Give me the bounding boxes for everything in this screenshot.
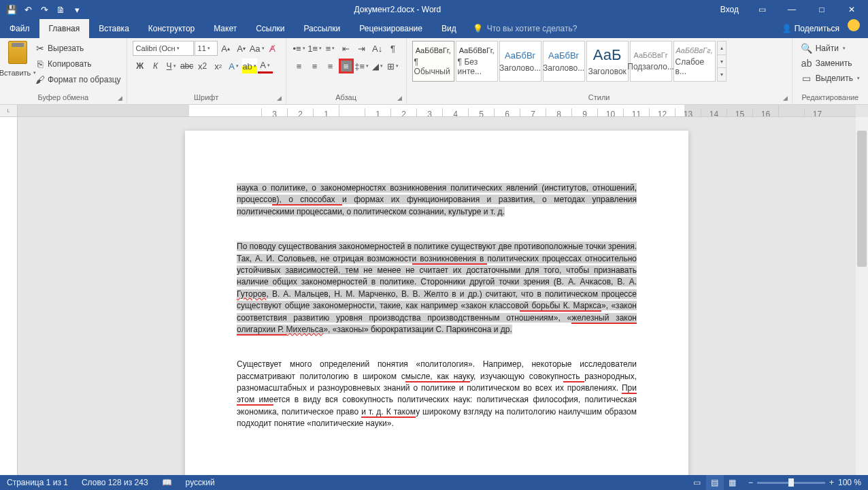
tab-file[interactable]: Файл xyxy=(0,19,39,38)
font-size-combo[interactable]: 11 xyxy=(195,41,218,56)
style-heading2[interactable]: АаБбВгЗаголово... xyxy=(543,41,585,82)
align-center-button[interactable]: ≡ xyxy=(307,59,322,74)
sort-button[interactable]: A↓ xyxy=(370,41,385,56)
new-icon[interactable]: 🗎 xyxy=(53,2,68,17)
group-styles-label: Стили xyxy=(412,93,786,103)
clear-format-button[interactable]: A̸ xyxy=(265,41,280,56)
paragraph-launcher[interactable]: ◢ xyxy=(396,94,404,102)
style-weak[interactable]: АаБбВвГг,Слабое в... xyxy=(673,41,716,82)
maximize-icon[interactable]: □ xyxy=(808,0,835,19)
font-name-combo[interactable]: Calibri (Осн xyxy=(133,41,194,56)
emoji-face-icon[interactable] xyxy=(848,19,860,31)
tab-references[interactable]: Ссылки xyxy=(246,19,294,38)
brush-icon: 🖌 xyxy=(34,74,46,86)
subscript-button[interactable]: x2 xyxy=(195,59,210,74)
superscript-button[interactable]: x2 xyxy=(211,59,226,74)
highlight-button[interactable]: ab xyxy=(242,59,257,74)
undo-icon[interactable]: ↶ xyxy=(20,2,35,17)
zoom-slider[interactable] xyxy=(757,482,825,484)
align-right-button[interactable]: ≡ xyxy=(323,59,338,74)
view-web-button[interactable]: ▦ xyxy=(724,475,741,490)
share-label: Поделиться xyxy=(795,24,839,33)
find-button[interactable]: 🔍Найти xyxy=(798,41,863,56)
ribbon-options-icon[interactable]: ▭ xyxy=(748,0,775,19)
increase-indent-button[interactable]: ⇥ xyxy=(354,41,369,56)
group-font-label: Шрифт xyxy=(133,93,280,103)
view-read-button[interactable]: ▭ xyxy=(688,475,706,490)
select-button[interactable]: ▭Выделить xyxy=(798,71,863,86)
format-painter-button[interactable]: 🖌Формат по образцу xyxy=(34,72,121,87)
minimize-icon[interactable]: — xyxy=(778,0,805,19)
italic-button[interactable]: К xyxy=(148,59,163,74)
select-icon: ▭ xyxy=(801,72,813,84)
vertical-ruler[interactable] xyxy=(0,117,18,475)
grow-font-button[interactable]: A▴ xyxy=(218,41,233,56)
zoom-out-button[interactable]: − xyxy=(748,478,753,487)
status-proofing[interactable]: 📖 xyxy=(155,478,179,487)
horizontal-ruler[interactable]: 3211234567891011121314151617 xyxy=(18,105,856,117)
close-icon[interactable]: ✕ xyxy=(838,0,865,19)
tab-review[interactable]: Рецензирование xyxy=(350,19,432,38)
copy-button[interactable]: ⎘Копировать xyxy=(34,56,121,71)
replace-icon: ab xyxy=(801,57,813,69)
bullets-button[interactable]: •≡ xyxy=(292,41,307,56)
status-page[interactable]: Страница 1 из 1 xyxy=(0,478,75,487)
decrease-indent-button[interactable]: ⇤ xyxy=(339,41,354,56)
multilevel-button[interactable]: ≡ xyxy=(323,41,338,56)
shrink-font-button[interactable]: A▾ xyxy=(234,41,249,56)
view-print-button[interactable]: ▤ xyxy=(706,475,724,490)
login-button[interactable]: Вход xyxy=(711,5,748,14)
align-left-button[interactable]: ≡ xyxy=(292,59,307,74)
style-nospacing[interactable]: АаБбВвГг,¶ Без инте... xyxy=(456,41,498,82)
font-color-button[interactable]: A xyxy=(258,59,273,74)
tab-view[interactable]: Вид xyxy=(432,19,466,38)
line-spacing-button[interactable]: ‡≡ xyxy=(354,59,369,74)
show-marks-button[interactable]: ¶ xyxy=(386,41,401,56)
qat-customize-icon[interactable]: ▾ xyxy=(69,2,84,17)
select-label: Выделить xyxy=(816,74,853,83)
status-words[interactable]: Слово 128 из 243 xyxy=(75,478,155,487)
tab-layout[interactable]: Макет xyxy=(204,19,246,38)
find-icon: 🔍 xyxy=(801,42,813,54)
font-launcher[interactable]: ◢ xyxy=(276,94,284,102)
tab-home[interactable]: Главная xyxy=(39,19,90,38)
document-page[interactable]: наука о политике, о закономерностях возн… xyxy=(185,131,688,475)
window-title: Документ2.docx - Word xyxy=(84,5,711,14)
replace-label: Заменить xyxy=(816,59,852,68)
group-editing-label: Редактирование xyxy=(798,93,863,103)
justify-button[interactable]: ≡ xyxy=(339,59,354,74)
text-effects-button[interactable]: A xyxy=(227,59,241,74)
style-subtitle[interactable]: АаБбВвГгПодзаголо... xyxy=(630,41,672,82)
numbering-button[interactable]: 1≡ xyxy=(307,41,322,56)
share-button[interactable]: 👤Поделиться xyxy=(773,19,848,38)
tab-mailings[interactable]: Рассылки xyxy=(294,19,350,38)
strike-button[interactable]: abc xyxy=(180,59,195,74)
paste-button[interactable]: Вставить xyxy=(5,41,30,80)
cut-button[interactable]: ✂Вырезать xyxy=(34,41,121,56)
styles-gallery[interactable]: АаБбВвГг,¶ Обычный АаБбВвГг,¶ Без инте..… xyxy=(412,41,727,82)
clipboard-launcher[interactable]: ◢ xyxy=(116,94,124,102)
tellme-icon: 💡 xyxy=(473,24,483,33)
tellme-input[interactable] xyxy=(487,24,623,33)
styles-scroll[interactable]: ▴▾▾ xyxy=(717,41,727,82)
cut-label: Вырезать xyxy=(48,44,84,53)
style-title[interactable]: АаБЗаголовок xyxy=(586,41,629,82)
vertical-scrollbar[interactable] xyxy=(856,117,868,475)
zoom-level[interactable]: 100 % xyxy=(838,478,861,487)
redo-icon[interactable]: ↷ xyxy=(37,2,52,17)
styles-launcher[interactable]: ◢ xyxy=(782,94,790,102)
bold-button[interactable]: Ж xyxy=(133,59,148,74)
zoom-in-button[interactable]: + xyxy=(829,478,834,487)
style-normal[interactable]: АаБбВвГг,¶ Обычный xyxy=(412,41,454,82)
tab-design[interactable]: Конструктор xyxy=(139,19,204,38)
replace-button[interactable]: abЗаменить xyxy=(798,56,863,71)
borders-button[interactable]: ⊞ xyxy=(386,59,401,74)
status-language[interactable]: русский xyxy=(179,478,222,487)
shading-button[interactable]: ◢ xyxy=(370,59,385,74)
paste-icon xyxy=(8,41,27,64)
tab-insert[interactable]: Вставка xyxy=(89,19,139,38)
underline-button[interactable]: Ч xyxy=(164,59,179,74)
change-case-button[interactable]: Aa xyxy=(250,41,265,56)
save-icon[interactable]: 💾 xyxy=(4,2,19,17)
style-heading1[interactable]: АаБбВгЗаголово... xyxy=(499,41,541,82)
